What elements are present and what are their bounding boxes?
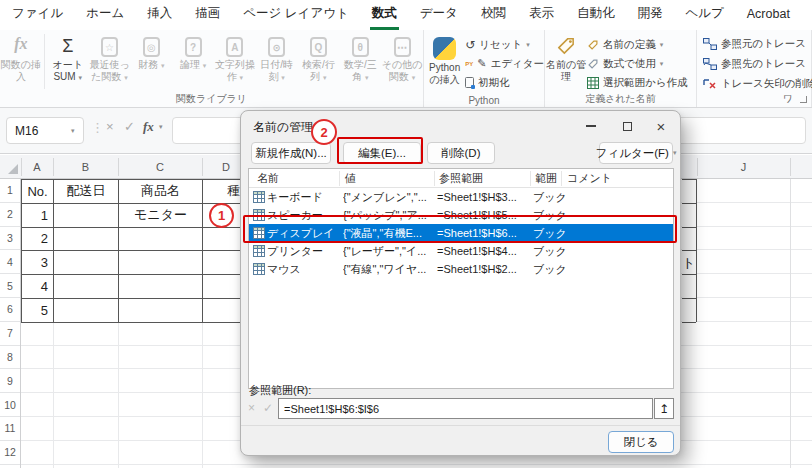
cell-a1[interactable]: No. xyxy=(22,180,54,204)
row-header[interactable]: 6 xyxy=(0,298,20,322)
name-row-mouse[interactable]: マウス {"有線","ワイヤ... =Sheet1!$H$2... ブック xyxy=(249,260,673,278)
col-refers-to[interactable]: 参照範囲 xyxy=(439,171,483,186)
name-row-printer[interactable]: プリンター {"レーザー","イ... =Sheet1!$H$4... ブック xyxy=(249,242,673,260)
name-box-input[interactable] xyxy=(15,124,69,138)
group-function-library: fx 関数の挿入 Σ オート SUM ▾ ☆ 最近使った関数 ▾ ◎ 財務 ▾ … xyxy=(0,30,424,107)
cell-c2[interactable]: モニター xyxy=(119,204,203,228)
cell-i4-clipped[interactable]: ト xyxy=(682,251,696,275)
col-value[interactable]: 値 xyxy=(345,171,356,186)
column-header-c[interactable]: C xyxy=(118,155,202,179)
cell-c3[interactable] xyxy=(119,228,203,252)
name-box[interactable]: ▾ xyxy=(6,117,84,144)
cell-a6[interactable]: 5 xyxy=(22,299,54,323)
cell-a2[interactable]: 1 xyxy=(22,204,54,228)
row-header[interactable]: 7 xyxy=(0,322,20,346)
cell-d5[interactable] xyxy=(203,275,241,299)
select-all-corner[interactable] xyxy=(8,164,18,174)
col-comment[interactable]: コメント xyxy=(567,171,612,186)
row-header[interactable]: 10 xyxy=(0,393,20,417)
cell-b1[interactable]: 配送日 xyxy=(54,180,119,204)
tab-acrobat[interactable]: Acrobat xyxy=(745,0,792,30)
cell-d3[interactable] xyxy=(203,228,241,252)
create-from-selection-button[interactable]: 選択範囲から作成 xyxy=(587,75,688,90)
cell-b3[interactable] xyxy=(54,228,119,252)
cell-a5[interactable]: 4 xyxy=(22,275,54,299)
tab-help[interactable]: ヘルプ xyxy=(683,0,725,30)
confirm-entry-icon[interactable]: ✓ xyxy=(124,119,135,134)
tab-formulas[interactable]: 数式 xyxy=(370,0,399,30)
cancel-entry-icon[interactable]: × xyxy=(106,119,114,134)
tab-file[interactable]: ファイル xyxy=(10,0,65,30)
row-header[interactable]: 9 xyxy=(0,369,20,393)
chevron-down-icon: ▾ xyxy=(526,41,530,49)
trace-dependents-button[interactable]: 参照先のトレース xyxy=(703,56,812,71)
chevron-down-icon: ▾ xyxy=(240,74,244,81)
row-header[interactable]: 1 xyxy=(0,179,20,203)
tab-insert[interactable]: 挿入 xyxy=(145,0,174,30)
dialog-launcher-icon[interactable] xyxy=(800,96,807,103)
row-header[interactable]: 12 xyxy=(0,441,20,465)
column-header-a[interactable]: A xyxy=(21,155,53,179)
tab-data[interactable]: データ xyxy=(418,0,460,30)
chevron-down-icon: ▾ xyxy=(673,149,677,157)
cell-b2[interactable] xyxy=(54,204,119,228)
col-name[interactable]: 名前 xyxy=(257,171,279,186)
new-name-button[interactable]: 新規作成(N)... xyxy=(251,142,331,164)
chevron-down-icon[interactable]: ▾ xyxy=(71,127,75,135)
named-range-icon xyxy=(253,263,265,275)
maximize-button[interactable] xyxy=(615,115,639,137)
cell-d1[interactable]: 種 xyxy=(203,180,241,204)
column-header-j[interactable]: J xyxy=(697,155,790,179)
cell-c5[interactable] xyxy=(119,275,203,299)
close-dialog-button[interactable]: 閉じる xyxy=(608,431,674,453)
step-2-badge: 2 xyxy=(311,119,337,145)
tab-developer[interactable]: 開発 xyxy=(635,0,664,30)
cell-d4[interactable] xyxy=(203,251,241,275)
cell-b4[interactable] xyxy=(54,251,119,275)
tab-home[interactable]: ホーム xyxy=(84,0,126,30)
row-header[interactable]: 5 xyxy=(0,274,20,298)
refers-to-input[interactable] xyxy=(278,398,653,419)
define-name-button[interactable]: 名前の定義 ▾ xyxy=(587,37,688,52)
row-header[interactable]: 11 xyxy=(0,417,20,441)
trace-precedents-button[interactable]: 参照元のトレース xyxy=(703,36,812,51)
tag-icon xyxy=(587,58,599,70)
remove-arrows-button[interactable]: トレース矢印の削除 xyxy=(703,76,812,91)
cell-c4[interactable] xyxy=(119,251,203,275)
cell-c1[interactable]: 商品名 xyxy=(119,180,203,204)
row-header[interactable]: 2 xyxy=(0,203,20,227)
row-header[interactable]: 8 xyxy=(0,346,20,370)
python-editor-button[interactable]: PY✎ エディター xyxy=(465,56,544,71)
chevron-down-icon[interactable]: ▾ xyxy=(159,123,163,131)
filter-button[interactable]: フィルター(F) ▾ xyxy=(599,142,673,164)
tab-view[interactable]: 表示 xyxy=(527,0,556,30)
tab-page-layout[interactable]: ページ レイアウト xyxy=(241,0,351,30)
python-init-button[interactable]: 初期化 xyxy=(465,75,544,90)
cell-d6[interactable] xyxy=(203,299,241,323)
tab-automate[interactable]: 自動化 xyxy=(575,0,617,30)
name-row-keyboard[interactable]: キーボード {"メンブレン","... =Sheet1!$H$3... ブック xyxy=(249,188,673,206)
minimize-button[interactable] xyxy=(579,115,603,137)
row-header[interactable]: 3 xyxy=(0,227,20,251)
formula-bar-divider-icon: ⋮ xyxy=(91,120,104,135)
cell-a4[interactable]: 3 xyxy=(22,251,54,275)
collapse-dialog-button[interactable]: ↥ xyxy=(654,398,674,419)
tab-draw[interactable]: 描画 xyxy=(193,0,222,30)
insert-function-icon[interactable]: fx xyxy=(143,119,154,135)
cell-a3[interactable]: 2 xyxy=(22,228,54,252)
use-in-formula-button[interactable]: 数式で使用 ▾ xyxy=(587,56,688,71)
col-scope[interactable]: 範囲 xyxy=(535,171,557,186)
cell-b6[interactable] xyxy=(54,299,119,323)
math-trig-icon: θ xyxy=(352,37,369,57)
tab-review[interactable]: 校閲 xyxy=(479,0,508,30)
names-list: 名前 値 参照範囲 範囲 コメント キーボード {"メンブレン","... =S… xyxy=(248,168,674,389)
cell-c6[interactable] xyxy=(119,299,203,323)
cell-b5[interactable] xyxy=(54,275,119,299)
python-reset-button[interactable]: ↺ リセット ▾ xyxy=(465,37,544,52)
group-label-function-library: 関数ライブラリ xyxy=(0,92,423,106)
row-header[interactable]: 4 xyxy=(0,250,20,274)
delete-name-button[interactable]: 削除(D) xyxy=(427,142,495,164)
close-button[interactable]: × xyxy=(649,115,673,137)
column-header-b[interactable]: B xyxy=(53,155,118,179)
chevron-down-icon: ▾ xyxy=(78,74,82,81)
